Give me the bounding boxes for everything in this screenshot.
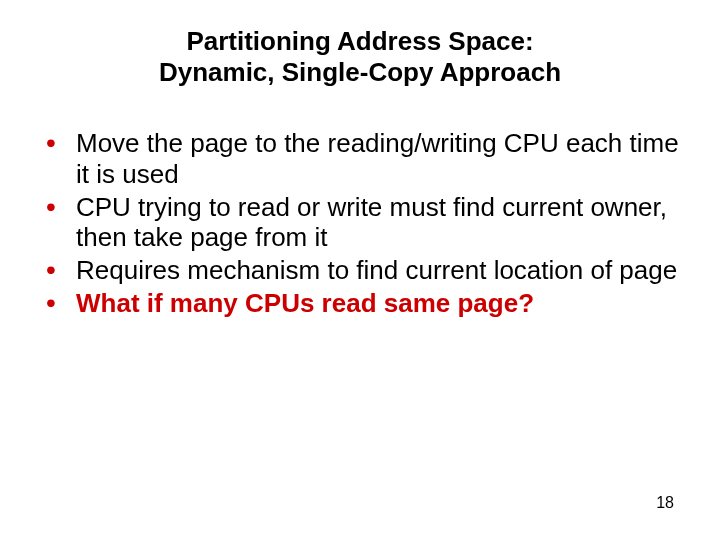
list-item: Requires mechanism to find current locat…	[40, 255, 680, 286]
slide: Partitioning Address Space: Dynamic, Sin…	[0, 0, 720, 540]
bullet-list: Move the page to the reading/writing CPU…	[40, 128, 680, 318]
bullet-text: Move the page to the reading/writing CPU…	[76, 128, 679, 189]
slide-title: Partitioning Address Space: Dynamic, Sin…	[40, 26, 680, 88]
bullet-text: Requires mechanism to find current locat…	[76, 255, 677, 285]
list-item: Move the page to the reading/writing CPU…	[40, 128, 680, 189]
list-item: What if many CPUs read same page?	[40, 288, 680, 319]
bullet-text-emph: What if many CPUs read same page?	[76, 288, 534, 318]
bullet-text: CPU trying to read or write must find cu…	[76, 192, 667, 253]
list-item: CPU trying to read or write must find cu…	[40, 192, 680, 253]
title-line-2: Dynamic, Single-Copy Approach	[159, 57, 561, 87]
title-line-1: Partitioning Address Space:	[186, 26, 533, 56]
page-number: 18	[656, 494, 674, 512]
